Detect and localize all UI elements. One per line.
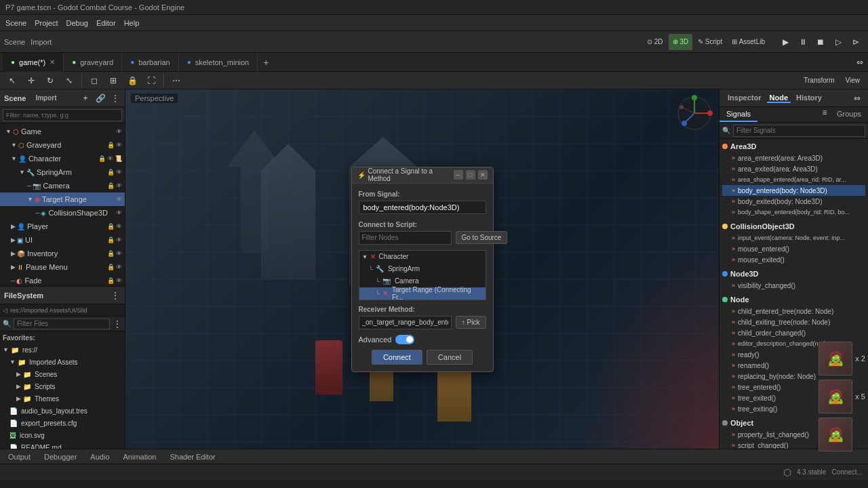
bottom-tab-debugger[interactable]: Debugger (41, 453, 79, 461)
play-custom-btn[interactable]: ⊳ (848, 34, 864, 50)
thumb-img-3[interactable]: 🧟 (818, 418, 852, 449)
viewport-canvas[interactable]: Perspective (125, 89, 719, 449)
tree-item-game[interactable]: ▼ ⬡ Game 👁 (0, 125, 125, 138)
receiver-method-input[interactable] (359, 316, 452, 329)
snap-tool[interactable]: ⊞ (105, 73, 121, 89)
select-tool[interactable]: ↖ (4, 73, 20, 89)
go-to-source-btn[interactable]: Go to Source (456, 231, 508, 244)
thumb-img-2[interactable]: 🧟 (818, 380, 852, 413)
view-btn[interactable]: View (842, 73, 865, 89)
right-panel-expand[interactable]: ⇔ (852, 93, 863, 104)
dialog-close-btn[interactable]: ✕ (478, 170, 488, 180)
node3d-header[interactable]: Node3D (722, 268, 865, 280)
more-options[interactable]: ⋯ (168, 73, 184, 89)
fs-themes[interactable]: ▶ 📁 Themes (0, 392, 125, 405)
area3d-header[interactable]: Area3D (722, 140, 865, 152)
dialog-maximize-btn[interactable]: □ (466, 170, 475, 180)
tree-item-character[interactable]: ▼ 👤 Character 🔒 👁 📜 (0, 152, 125, 165)
signal-child-order[interactable]: » child_order_changed() (722, 327, 865, 338)
tab-skeleton[interactable]: ● skeleton_minion (179, 53, 258, 72)
signal-area-entered[interactable]: » area_entered(area: Area3D) (722, 152, 865, 163)
fs-filter-input[interactable] (14, 319, 110, 329)
mode-3d-btn[interactable]: ⊕ 3D (669, 34, 693, 50)
fs-readme[interactable]: 📄 README.md (0, 441, 125, 449)
tree-item-player[interactable]: ▶ 👤 Player 🔒 👁 (0, 220, 125, 233)
menu-debug[interactable]: Debug (66, 19, 87, 27)
signal-child-entered-tree[interactable]: » child_entered_tree(node: Node) (722, 306, 865, 317)
signals-filter-btn[interactable]: ≡ (819, 107, 830, 118)
signal-child-exiting[interactable]: » child_exiting_tree(node: Node) (722, 317, 865, 327)
menu-help[interactable]: Help (124, 19, 140, 27)
import-label[interactable]: Import (35, 94, 56, 102)
tree-item-targetrange[interactable]: ▼ ⊕ Target Range 👁 (0, 192, 125, 206)
fs-audio-bus[interactable]: 📄 audio_bus_layout.tres (0, 405, 125, 417)
scene-filter-input[interactable] (3, 109, 122, 121)
advanced-toggle[interactable] (395, 335, 414, 344)
lock-tool[interactable]: 🔒 (124, 73, 140, 89)
group-tool[interactable]: ⛶ (143, 73, 159, 89)
tab-signals[interactable]: Signals (719, 107, 757, 122)
dialog-minimize-btn[interactable]: ─ (454, 170, 463, 180)
scene-add-btn[interactable]: + (80, 93, 91, 104)
rotate-tool[interactable]: ↻ (42, 73, 58, 89)
play-btn[interactable]: ▶ (777, 34, 793, 50)
fs-scenes[interactable]: ▶ 📁 Scenes (0, 368, 125, 380)
thumb-img-1[interactable]: 🧟 (818, 342, 852, 375)
fs-more-btn[interactable]: ⋮ (113, 319, 122, 329)
tree-item-graveyard[interactable]: ▼ ⬡ Graveyard 🔒 👁 (0, 138, 125, 152)
play-scene-btn[interactable]: ▷ (830, 34, 846, 50)
stop-btn[interactable]: ⏹ (812, 34, 829, 50)
dialog-node-springarm[interactable]: └ 🔧 SpringArm (359, 263, 486, 275)
mode-assetlib-btn[interactable]: ⊞ AssetLib (728, 34, 769, 50)
cancel-btn[interactable]: Cancel (427, 350, 473, 365)
tree-item-ui[interactable]: ▶ ▣ UI 🔒 👁 (0, 233, 125, 247)
move-tool[interactable]: ✛ (23, 73, 39, 89)
menu-scene[interactable]: Scene (5, 19, 26, 27)
fs-res-root[interactable]: ▼ 📁 res:// (0, 344, 125, 356)
dialog-node-character[interactable]: ▼ ✕ Character (359, 251, 486, 263)
collapse-btn[interactable]: ⇔ (852, 54, 868, 70)
fs-scripts[interactable]: ▶ 📁 Scripts (0, 380, 125, 392)
bottom-tab-shader[interactable]: Shader Editor (167, 453, 218, 461)
fs-menu-btn[interactable]: ⋮ (110, 290, 121, 301)
tab-add-btn[interactable]: + (258, 57, 274, 68)
mode-2d-btn[interactable]: ⊙ 2D (643, 34, 667, 50)
scene-menu-btn[interactable]: ⋮ (110, 93, 121, 104)
tab-history[interactable]: History (793, 94, 825, 103)
scene-link-btn[interactable]: 🔗 (95, 93, 106, 104)
menu-editor[interactable]: Editor (96, 19, 116, 27)
tab-groups[interactable]: Groups (830, 107, 868, 122)
tab-game[interactable]: ● game(*) ✕ (3, 53, 64, 72)
bottom-tab-animation[interactable]: Animation (121, 453, 159, 461)
menu-project[interactable]: Project (35, 19, 58, 27)
tree-item-inventory[interactable]: ▶ 📦 Inventory 🔒 👁 (0, 247, 125, 260)
bottom-tab-output[interactable]: Output (5, 453, 33, 461)
dialog-node-targetrange[interactable]: └ ✕ Target Range (Connecting Fr... (359, 287, 486, 300)
signal-body-exited[interactable]: » body_exited(body: Node3D) (722, 196, 865, 207)
bottom-tab-audio[interactable]: Audio (87, 453, 112, 461)
tab-barbarian[interactable]: ● barbarian (122, 53, 179, 72)
fs-imported-assets[interactable]: ▼ 📁 Imported Assets (0, 356, 125, 368)
tree-item-fade[interactable]: ─ ◐ Fade 🔒 👁 (0, 274, 125, 286)
tree-item-camera[interactable]: ─ 📷 Camera 🔒 👁 (0, 179, 125, 192)
connect-btn[interactable]: Connect (372, 350, 422, 365)
mode-script-btn[interactable]: ✎ Script (694, 34, 726, 50)
tree-item-collisionshape[interactable]: ─ ◈ CollisionShape3D 👁 (0, 206, 125, 220)
signal-area-shape-entered[interactable]: » area_shape_entered(area_rid: RID, ar..… (722, 174, 865, 185)
pause-btn[interactable]: ⏸ (795, 34, 811, 50)
collision-header[interactable]: CollisionObject3D (722, 220, 865, 232)
signal-mouse-exited[interactable]: » mouse_exited() (722, 254, 865, 265)
signal-mouse-entered[interactable]: » mouse_entered() (722, 243, 865, 254)
pick-btn[interactable]: ↑ Pick (456, 316, 486, 329)
dialog-filter-input[interactable] (359, 231, 452, 245)
fs-export-presets[interactable]: 📄 export_presets.cfg (0, 417, 125, 429)
signal-area-exited[interactable]: » area_exited(area: Area3D) (722, 163, 865, 174)
tab-game-close[interactable]: ✕ (50, 58, 55, 66)
signal-body-shape-entered[interactable]: » body_shape_entered(body_rid: RID, bo..… (722, 207, 865, 218)
local-tool[interactable]: ◻ (86, 73, 102, 89)
signal-body-entered[interactable]: » body_entered(body: Node3D) (722, 185, 865, 196)
node-header[interactable]: Node (722, 293, 865, 306)
signal-vis-changed[interactable]: » visibility_changed() (722, 280, 865, 291)
fs-back-btn[interactable]: ◁ (3, 307, 7, 314)
signal-input-event[interactable]: » input_event(camera: Node, event: Inp..… (722, 232, 865, 243)
